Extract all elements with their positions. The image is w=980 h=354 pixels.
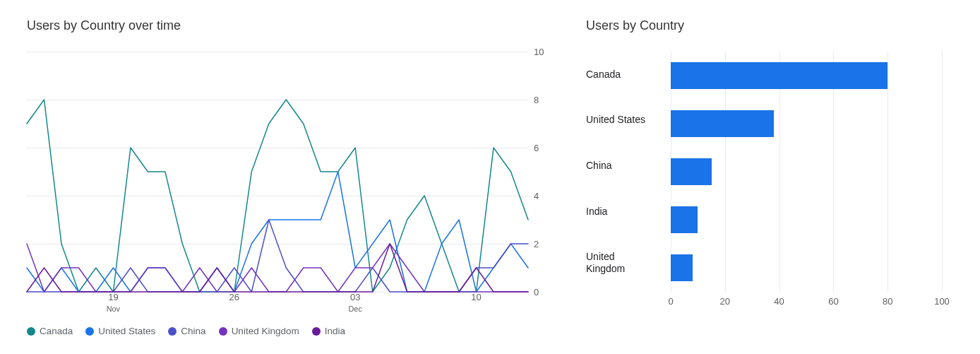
- bar-category-label: United States: [586, 114, 669, 126]
- legend-item-canada[interactable]: Canada: [27, 326, 73, 336]
- y-tick-label: 10: [534, 47, 544, 57]
- bar-x-tick-label: 40: [774, 296, 784, 307]
- y-tick-label: 6: [534, 143, 539, 153]
- series-line-canada: [27, 100, 528, 292]
- bar-united-kingdom[interactable]: [671, 254, 693, 281]
- users-by-country-panel: Users by Country CanadaUnited StatesChin…: [586, 0, 980, 354]
- legend-label: Canada: [40, 326, 73, 336]
- legend-label: India: [325, 326, 345, 336]
- users-by-country-title: Users by Country: [586, 18, 973, 33]
- bar-chart-plot-area: CanadaUnited StatesChinaIndiaUnitedKingd…: [586, 52, 966, 292]
- bar-row: [671, 110, 942, 137]
- bar-china[interactable]: [671, 158, 712, 185]
- series-line-india: [27, 244, 528, 292]
- x-tick-label: 10: [471, 292, 481, 303]
- legend-dot-icon: [168, 327, 177, 336]
- bar-row: [671, 62, 942, 89]
- series-line-united-kingdom: [27, 244, 528, 292]
- bar-x-tick-label: 60: [828, 296, 838, 307]
- y-tick-label: 8: [534, 95, 539, 105]
- users-over-time-title: Users by Country over time: [27, 18, 569, 33]
- bar-x-tick-label: 20: [720, 296, 730, 307]
- series-line-china: [27, 220, 528, 292]
- legend-item-india[interactable]: India: [312, 326, 345, 336]
- x-tick-label: 26: [229, 292, 239, 303]
- bar-india[interactable]: [671, 206, 698, 233]
- x-tick-label: 03Dec: [349, 292, 362, 314]
- bar-x-tick-label: 0: [668, 296, 673, 307]
- bar-row: [671, 158, 942, 185]
- bar-category-label: China: [586, 160, 669, 172]
- legend-item-united-states[interactable]: United States: [85, 326, 155, 336]
- legend-dot-icon: [85, 327, 94, 336]
- legend-dot-icon: [219, 327, 227, 336]
- bar-category-label: Canada: [586, 69, 669, 81]
- legend-dot-icon: [27, 327, 35, 336]
- bar-x-tick-label: 80: [883, 296, 892, 307]
- legend-item-united-kingdom[interactable]: United Kingdom: [219, 326, 299, 336]
- bar-category-label: India: [586, 206, 669, 218]
- bar-row: [671, 206, 942, 233]
- bar-category-label: UnitedKingdom: [586, 251, 669, 275]
- line-chart-y-axis: 0246810: [534, 52, 562, 292]
- users-over-time-panel: Users by Country over time 0246810 19Nov…: [0, 0, 586, 354]
- bar-row: [671, 254, 942, 281]
- bar-canada[interactable]: [671, 62, 888, 89]
- x-tick-label: 19Nov: [107, 292, 120, 314]
- bar-x-tick-label: 100: [934, 296, 950, 307]
- line-chart-legend: CanadaUnited StatesChinaUnited KingdomIn…: [27, 326, 569, 336]
- legend-label: United Kingdom: [232, 326, 299, 336]
- bar-chart-bars: [671, 52, 942, 292]
- bar-united-states[interactable]: [671, 110, 774, 137]
- legend-dot-icon: [312, 327, 321, 336]
- legend-label: United States: [98, 326, 155, 336]
- bar-chart-category-labels: CanadaUnited StatesChinaIndiaUnitedKingd…: [586, 52, 669, 292]
- y-tick-label: 2: [534, 239, 539, 249]
- legend-label: China: [181, 326, 205, 336]
- legend-item-china[interactable]: China: [168, 326, 205, 336]
- line-chart-plot-area: 0246810 19Nov2603Dec10: [27, 52, 528, 292]
- y-tick-label: 0: [534, 287, 539, 297]
- y-tick-label: 4: [534, 191, 539, 201]
- line-chart-svg: [27, 52, 528, 292]
